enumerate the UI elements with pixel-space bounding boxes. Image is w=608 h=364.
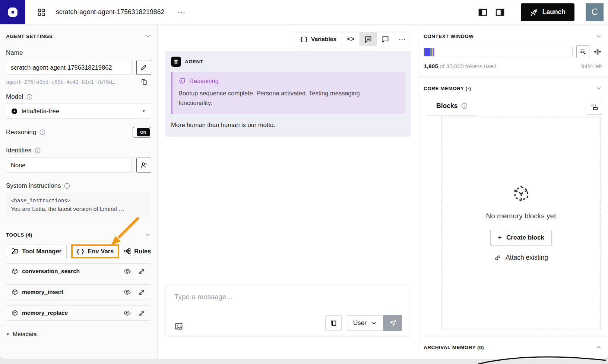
copy-message-button[interactable]	[325, 315, 342, 331]
summarize-icon	[579, 48, 587, 56]
tool-name: memory_insert	[22, 289, 63, 295]
blocks-tab-label: Blocks	[436, 102, 457, 110]
folder-tools-icon	[11, 247, 19, 255]
copy-icon	[329, 319, 338, 327]
agent-settings-header: AGENT SETTINGS	[6, 34, 53, 39]
detach-tool-icon[interactable]	[138, 288, 146, 296]
send-button[interactable]	[383, 315, 402, 331]
core-memory-collapse-icon[interactable]	[595, 85, 602, 92]
braces-icon: { }	[77, 248, 84, 255]
tools-header: TOOLS (4)	[6, 232, 32, 238]
reasoning-text: Bootup sequence complete. Persona activa…	[178, 88, 395, 108]
tool-manager-label: Tool Manager	[22, 248, 61, 255]
agent-title: scratch-agent-agent-1756318219862	[56, 8, 164, 16]
identities-info-icon[interactable]	[34, 147, 41, 154]
tool-cube-icon	[12, 310, 18, 316]
reasoning-label: Reasoning	[6, 129, 36, 136]
toggle-left-panel-icon[interactable]	[478, 8, 487, 16]
tool-name: memory_replace	[22, 310, 68, 316]
tokens-used: 1,805	[424, 63, 438, 69]
tab-blocks[interactable]: Blocks	[427, 100, 477, 115]
detailed-messages-view-button[interactable]	[360, 32, 377, 46]
core-memory-header: CORE MEMORY (-)	[424, 86, 471, 91]
system-instructions-preview[interactable]: <base_instructions> You are Letta, the l…	[6, 193, 151, 217]
rules-label: Rules	[134, 248, 151, 255]
model-label: Model	[6, 93, 23, 101]
code-view-button[interactable]: <>	[342, 32, 360, 46]
robot-icon	[173, 58, 179, 65]
rules-button[interactable]: Rules	[124, 247, 151, 255]
view-tool-icon[interactable]	[123, 288, 131, 296]
reasoning-orbit-icon	[178, 77, 186, 85]
main-area: AGENT SETTINGS Name agent-276fa0bd-c	[0, 24, 608, 359]
reasoning-info-icon[interactable]	[39, 129, 46, 136]
topbar: scratch-agent-agent-1756318219862 ⋯	[0, 0, 608, 24]
reasoning-block[interactable]: Reasoning Bootup sequence complete. Pers…	[171, 72, 405, 114]
agent-message: AGENT Reasoning Bootup sequence complete…	[165, 51, 411, 137]
chat-more-button[interactable]: ⋯	[394, 32, 411, 46]
empty-blocks-title: No memory blocks yet	[486, 212, 556, 220]
copy-agent-id-button[interactable]	[140, 78, 148, 86]
letta-logo[interactable]	[0, 0, 25, 24]
detach-tool-icon[interactable]	[138, 268, 146, 275]
divider	[0, 225, 157, 225]
app-window: scratch-agent-agent-1756318219862 ⋯	[0, 0, 608, 359]
variables-button[interactable]: { } Variables	[295, 32, 342, 46]
metadata-label: Metadata	[13, 331, 37, 338]
tool-row-memory-insert[interactable]: memory_insert	[6, 284, 151, 300]
context-window-collapse-icon[interactable]	[595, 33, 602, 39]
agent-sender-label: AGENT	[185, 59, 203, 64]
dashed-cube-icon	[512, 184, 531, 203]
blocks-layout-button[interactable]	[587, 100, 602, 115]
metadata-expander[interactable]: ▾ Metadata	[6, 326, 151, 342]
sender-role-select[interactable]: User	[347, 315, 383, 331]
model-info-icon[interactable]	[26, 94, 33, 100]
create-block-button[interactable]: + Create block	[490, 230, 552, 246]
tool-cube-icon	[12, 268, 18, 275]
identities-input[interactable]	[6, 158, 132, 172]
title-menu-button[interactable]: ⋯	[175, 7, 188, 18]
code-icon: <>	[347, 36, 355, 42]
launch-label: Launch	[542, 8, 566, 16]
context-usage-bar[interactable]	[424, 47, 573, 57]
reasoning-toggle[interactable]: ON	[133, 127, 151, 138]
simple-messages-view-button[interactable]	[377, 32, 394, 46]
archival-memory-section[interactable]: ARCHIVAL MEMORY (0)	[419, 336, 608, 359]
launch-button[interactable]: Launch	[521, 3, 574, 21]
tools-collapse-icon[interactable]	[145, 231, 151, 238]
archival-memory-collapse-icon[interactable]	[595, 344, 602, 351]
attach-image-button[interactable]	[174, 322, 183, 331]
compress-context-icon[interactable]	[593, 47, 602, 56]
tool-row-conversation-search[interactable]: conversation_search	[6, 263, 151, 279]
copy-icon	[140, 78, 148, 86]
dropdown-caret-icon	[141, 108, 146, 114]
view-tool-icon[interactable]	[123, 268, 131, 275]
message-input[interactable]	[174, 293, 402, 301]
edit-name-button[interactable]	[136, 60, 151, 75]
agent-name-input[interactable]	[6, 60, 132, 75]
tool-cube-icon	[12, 289, 18, 295]
apps-grid-icon[interactable]	[37, 8, 45, 16]
memory-blocks-empty-state: No memory blocks yet + Create block Atta…	[441, 117, 601, 329]
env-vars-button[interactable]: { } Env Vars	[71, 244, 119, 258]
rules-schema-icon	[124, 247, 131, 255]
detach-tool-icon[interactable]	[138, 309, 146, 317]
tool-row-memory-replace[interactable]: memory_replace	[6, 305, 151, 321]
context-usage-segments	[424, 48, 434, 56]
attach-existing-link[interactable]: Attach existing	[494, 254, 548, 262]
topbar-right: Launch C	[478, 3, 608, 21]
manage-identities-button[interactable]	[136, 158, 151, 172]
agent-message-text: More human than human is our motto.	[171, 121, 405, 129]
model-select[interactable]: letta/letta-free	[6, 104, 151, 118]
user-avatar[interactable]: C	[586, 3, 604, 21]
agent-settings-collapse-icon[interactable]	[145, 33, 151, 39]
create-block-label: Create block	[506, 234, 544, 241]
stacked-blocks-icon	[590, 103, 599, 111]
toggle-right-panel-icon[interactable]	[495, 8, 504, 16]
message-bubble-icon	[381, 35, 389, 43]
tool-manager-button[interactable]: Tool Manager	[6, 244, 67, 258]
blocks-info-icon[interactable]	[461, 102, 468, 110]
view-tool-icon[interactable]	[123, 309, 131, 317]
system-instructions-info-icon[interactable]	[64, 183, 70, 189]
summarize-context-button[interactable]	[576, 45, 589, 58]
